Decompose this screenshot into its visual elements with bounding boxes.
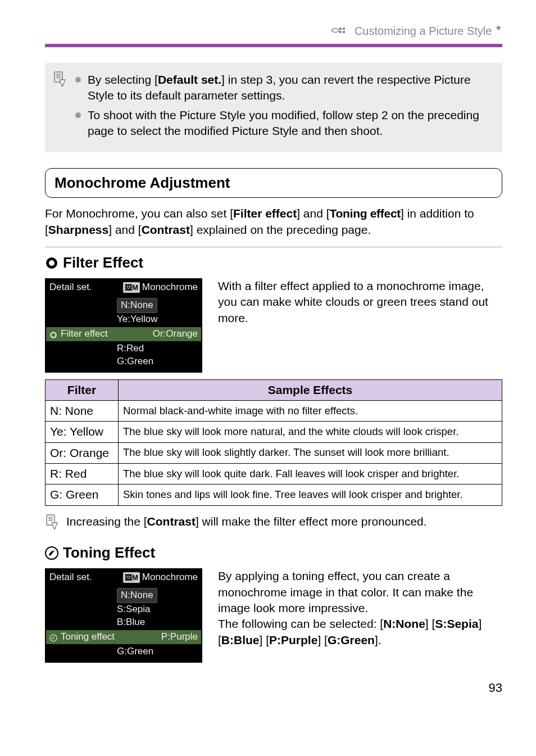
t: Toning effect bbox=[330, 207, 401, 220]
filter-circle-icon bbox=[45, 256, 58, 270]
lcd-selected-row: Filter effect Or:Orange bbox=[46, 327, 201, 341]
cell-filter: N: None bbox=[46, 401, 119, 422]
t: ] [ bbox=[425, 617, 435, 630]
svg-point-13 bbox=[52, 333, 55, 337]
t: B:Blue bbox=[221, 633, 260, 646]
subheading-toning-label: Toning Effect bbox=[63, 543, 155, 563]
lcd-opt: N:None bbox=[117, 298, 157, 313]
subheading-filter-label: Filter Effect bbox=[63, 253, 143, 273]
svg-rect-0 bbox=[339, 28, 342, 30]
table-row: R: RedThe blue sky will look quite dark.… bbox=[46, 464, 502, 485]
bullet-icon bbox=[75, 112, 81, 118]
cell-filter: Or: Orange bbox=[46, 442, 119, 463]
bullet-icon bbox=[75, 77, 81, 83]
t: By applying a toning effect, you can cre… bbox=[218, 569, 473, 614]
lcd-opt: Ye:Yellow bbox=[117, 313, 198, 326]
lcd-title-label: Detail set. bbox=[49, 571, 92, 584]
t: M bbox=[132, 283, 138, 292]
t: Filter effect bbox=[233, 207, 297, 220]
lcd-opt: Or:Orange bbox=[153, 328, 198, 341]
info-box: By selecting [Default set.] in step 3, y… bbox=[45, 63, 502, 152]
th-filter: Filter bbox=[46, 379, 119, 400]
lcd-opt: S:Sepia bbox=[117, 603, 198, 616]
t: Contrast bbox=[142, 223, 190, 236]
t: Sharpness bbox=[48, 223, 108, 236]
svg-rect-1 bbox=[343, 28, 345, 30]
filter-circle-icon bbox=[49, 330, 57, 338]
cell-filter: R: Red bbox=[46, 464, 119, 485]
t: Monochrome bbox=[142, 571, 198, 584]
cell-filter: G: Green bbox=[46, 485, 119, 505]
subheading-toning: Toning Effect bbox=[45, 543, 502, 563]
t: N:None bbox=[383, 617, 425, 630]
header-title: Customizing a Picture Style bbox=[355, 25, 492, 37]
info-bullet-2: To shoot with the Picture Style you modi… bbox=[75, 107, 492, 139]
cell-effect: Normal black-and-white image with no fil… bbox=[119, 401, 502, 422]
lcd-filter: Detail set. 🖼M Monochrome N:None Ye:Yell… bbox=[45, 278, 202, 373]
t: Default set. bbox=[158, 73, 221, 86]
header-icon bbox=[331, 24, 348, 39]
t: S:Sepia bbox=[435, 617, 478, 630]
mono-tag: 🖼M bbox=[123, 572, 140, 583]
t: G:Green bbox=[328, 633, 375, 646]
t: Filter effect bbox=[61, 328, 108, 341]
lcd-opt: P:Purple bbox=[161, 631, 198, 644]
info-bullet-1: By selecting [Default set.] in step 3, y… bbox=[75, 72, 492, 104]
t: ]. bbox=[375, 633, 381, 646]
lcd-opt: B:Blue bbox=[117, 616, 198, 629]
toning-brush-icon bbox=[45, 546, 58, 560]
cell-effect: The blue sky will look quite dark. Fall … bbox=[119, 464, 502, 485]
lcd-opt: G:Green bbox=[117, 355, 198, 368]
table-row: Ye: YellowThe blue sky will look more na… bbox=[46, 422, 502, 442]
t: ] and [ bbox=[108, 223, 141, 236]
t: Monochrome bbox=[142, 281, 198, 294]
contrast-note: Increasing the [Contrast] will make the … bbox=[45, 514, 502, 529]
lcd-selected-row: Toning effect P:Purple bbox=[46, 630, 201, 644]
toning-desc: By applying a toning effect, you can cre… bbox=[218, 568, 502, 663]
cell-filter: Ye: Yellow bbox=[46, 422, 119, 442]
subheading-filter: Filter Effect bbox=[45, 253, 502, 273]
lcd-mono-label: 🖼M Monochrome bbox=[123, 571, 198, 584]
t: M bbox=[132, 573, 138, 582]
toning-brush-icon bbox=[49, 633, 57, 641]
t: P:Purple bbox=[269, 633, 317, 646]
cell-effect: The blue sky will look slightly darker. … bbox=[119, 442, 502, 463]
lcd-toning: Detail set. 🖼M Monochrome N:None S:Sepia… bbox=[45, 568, 202, 663]
page-number: 93 bbox=[45, 680, 502, 696]
divider bbox=[45, 247, 502, 247]
info-text-2: To shoot with the Picture Style you modi… bbox=[88, 107, 492, 139]
table-row: N: NoneNormal black-and-white image with… bbox=[46, 401, 502, 422]
t: ] [ bbox=[260, 633, 270, 646]
section-title-monochrome: Monochrome Adjustment bbox=[45, 168, 502, 198]
note-icon bbox=[45, 514, 58, 529]
t: ] [ bbox=[317, 633, 328, 646]
lcd-opt: G:Green bbox=[117, 645, 198, 658]
lcd-opt: R:Red bbox=[117, 342, 198, 355]
th-effects: Sample Effects bbox=[119, 379, 502, 400]
t: The following can be selected: [ bbox=[218, 617, 383, 630]
mono-intro: For Monochrome, you can also set [Filter… bbox=[45, 206, 502, 238]
page-header: Customizing a Picture Style ★ bbox=[45, 22, 502, 47]
svg-point-11 bbox=[49, 260, 54, 266]
t: ] will make the filter effect more prono… bbox=[196, 515, 427, 528]
filter-table: Filter Sample Effects N: NoneNormal blac… bbox=[45, 379, 502, 506]
table-row: Or: OrangeThe blue sky will look slightl… bbox=[46, 442, 502, 463]
header-star: ★ bbox=[495, 22, 502, 33]
svg-rect-2 bbox=[339, 31, 342, 33]
t: For Monochrome, you can also set [ bbox=[45, 207, 233, 220]
t: ] and [ bbox=[297, 207, 329, 220]
filter-desc: With a filter effect applied to a monoch… bbox=[218, 278, 502, 373]
t: By selecting [ bbox=[88, 73, 158, 86]
t: Increasing the [ bbox=[66, 515, 147, 528]
lcd-title-label: Detail set. bbox=[49, 281, 92, 294]
lcd-opt: N:None bbox=[117, 588, 157, 603]
table-row: G: GreenSkin tones and lips will look fi… bbox=[46, 485, 502, 505]
svg-rect-3 bbox=[343, 31, 345, 33]
t: Toning effect bbox=[61, 631, 115, 644]
mono-tag: 🖼M bbox=[123, 282, 140, 293]
t: Contrast bbox=[147, 515, 196, 528]
t: ] explained on the preceding page. bbox=[190, 223, 371, 236]
contrast-note-text: Increasing the [Contrast] will make the … bbox=[66, 514, 427, 529]
cell-effect: Skin tones and lips will look fine. Tree… bbox=[119, 485, 502, 505]
info-text-1: By selecting [Default set.] in step 3, y… bbox=[88, 72, 492, 104]
